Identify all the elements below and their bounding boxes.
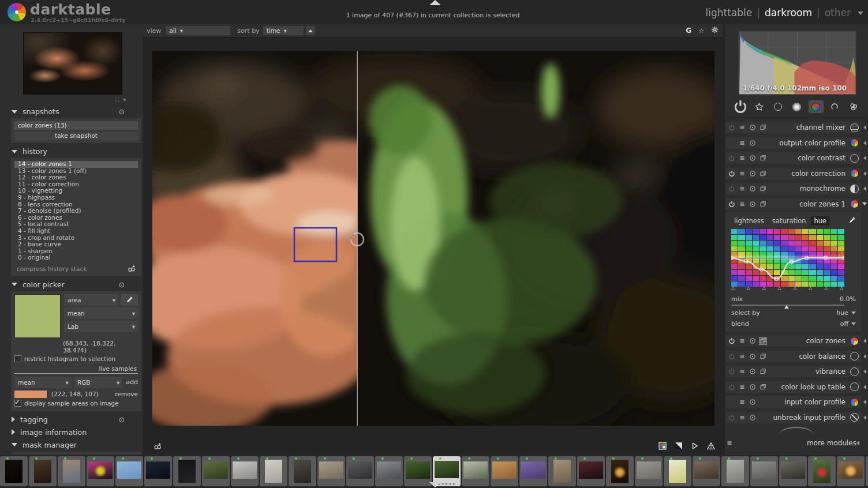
- presets-menu-icon[interactable]: [739, 399, 746, 406]
- filmstrip-thumbnail[interactable]: [808, 456, 836, 486]
- filmstrip-thumbnail[interactable]: [375, 456, 403, 486]
- sort-by-select[interactable]: time: [263, 26, 304, 35]
- tagging-header[interactable]: tagging ⊙: [12, 415, 143, 424]
- active-modules-group-icon[interactable]: [733, 100, 748, 113]
- module-name[interactable]: color zones: [806, 337, 850, 345]
- power-icon[interactable]: [728, 384, 735, 391]
- thumbnail-image[interactable]: [492, 461, 517, 479]
- power-icon[interactable]: [728, 124, 735, 131]
- expand-arrow-icon[interactable]: [863, 385, 866, 389]
- overexposed-icon[interactable]: [675, 442, 683, 452]
- expand-arrow-icon[interactable]: [863, 186, 866, 191]
- presets-menu-icon[interactable]: [739, 384, 746, 391]
- power-icon[interactable]: [728, 185, 735, 192]
- history-item[interactable]: 2 - base curve: [14, 241, 138, 248]
- compress-icon[interactable]: [154, 442, 162, 452]
- power-icon[interactable]: [728, 414, 735, 421]
- filmstrip-thumbnail[interactable]: [837, 456, 865, 486]
- node-marker-icon[interactable]: △: [824, 286, 828, 291]
- filmstrip-thumbnail[interactable]: [548, 456, 576, 486]
- module-name[interactable]: color balance: [799, 352, 850, 361]
- module-name[interactable]: unbreak input profile: [773, 414, 850, 422]
- view-switcher-caret-icon[interactable]: [858, 12, 863, 15]
- expand-arrow-icon[interactable]: [863, 415, 866, 420]
- history-item[interactable]: 14 - color zones 1: [14, 161, 138, 168]
- presets-menu-icon[interactable]: [739, 368, 746, 375]
- module-name[interactable]: color zones 1: [799, 200, 850, 208]
- thumbnail-image[interactable]: [88, 461, 113, 479]
- expand-arrow-icon[interactable]: [863, 369, 866, 374]
- node-marker-icon[interactable]: △: [731, 286, 735, 291]
- multi-instance-icon[interactable]: [760, 353, 766, 360]
- reset-icon[interactable]: [749, 140, 756, 147]
- presets-menu-icon[interactable]: [739, 353, 746, 360]
- color-picker-header[interactable]: color picker ⊙: [12, 280, 143, 289]
- module-name[interactable]: color look up table: [781, 383, 850, 391]
- gamut-check-icon[interactable]: [707, 442, 715, 452]
- blend-select[interactable]: off: [840, 320, 848, 328]
- module-monochrome[interactable]: monochrome: [726, 183, 861, 194]
- filmstrip-thumbnail[interactable]: [606, 456, 634, 486]
- reset-icon[interactable]: [749, 155, 756, 162]
- module-name[interactable]: color correction: [791, 170, 850, 178]
- module-color-zones-1[interactable]: color zones 1: [726, 198, 861, 210]
- reset-icon[interactable]: ⊙: [119, 280, 125, 289]
- basic-group-icon[interactable]: [770, 100, 785, 113]
- remove-sample-button[interactable]: remove: [115, 391, 138, 397]
- thumbnail-image[interactable]: [611, 460, 628, 483]
- reset-icon[interactable]: [749, 170, 756, 177]
- thumbnail-image[interactable]: [579, 461, 603, 479]
- reset-icon[interactable]: ⊙: [119, 107, 125, 116]
- color-group-icon[interactable]: [809, 100, 824, 113]
- filmstrip-thumbnail[interactable]: [750, 456, 778, 486]
- thumbnail-image[interactable]: [265, 460, 282, 483]
- snapshot-split-line[interactable]: [357, 51, 357, 426]
- filmstrip-thumbnail[interactable]: [0, 456, 28, 486]
- menu-icon[interactable]: [726, 440, 733, 446]
- thumbnail-image[interactable]: [669, 460, 686, 483]
- live-sample-swatch[interactable]: [14, 391, 47, 398]
- module-unbreak-input-profile[interactable]: unbreak input profile: [726, 412, 861, 423]
- thumbnail-image[interactable]: [406, 461, 430, 479]
- correction-group-icon[interactable]: [827, 100, 842, 113]
- favorites-group-icon[interactable]: [752, 100, 767, 113]
- tab-saturation[interactable]: saturation: [769, 216, 809, 226]
- tone-group-icon[interactable]: [790, 100, 805, 113]
- power-icon[interactable]: [728, 155, 735, 162]
- thumbnail-image[interactable]: [348, 461, 372, 479]
- navigation-preview[interactable]: [23, 32, 122, 95]
- thumbnail-image[interactable]: [146, 461, 170, 479]
- reset-icon[interactable]: ⊙: [119, 415, 125, 424]
- filmstrip-thumbnail[interactable]: [144, 456, 172, 486]
- reset-icon[interactable]: [749, 384, 756, 391]
- thumbnail-image[interactable]: [463, 461, 488, 479]
- view-darkroom[interactable]: darkroom: [765, 7, 812, 18]
- filmstrip-thumbnail[interactable]: [317, 456, 345, 486]
- power-icon[interactable]: [728, 368, 735, 375]
- thumbnail-image[interactable]: [637, 461, 661, 479]
- module-color-contrast[interactable]: color contrast: [726, 152, 861, 164]
- thumbnail-image[interactable]: [5, 460, 23, 483]
- presets-menu-icon[interactable]: [739, 140, 746, 147]
- thumbnail-image[interactable]: [752, 461, 776, 479]
- module-name[interactable]: monochrome: [800, 185, 850, 193]
- reset-icon[interactable]: [749, 368, 756, 375]
- filmstrip-thumbnail[interactable]: [866, 456, 868, 486]
- filmstrip-thumbnail[interactable]: [519, 456, 547, 486]
- thumbnail-image[interactable]: [117, 461, 141, 479]
- reset-icon[interactable]: [749, 201, 756, 208]
- thumbnail-image[interactable]: [839, 461, 863, 479]
- multi-instance-icon[interactable]: [760, 124, 766, 131]
- expand-arrow-icon[interactable]: [856, 441, 859, 445]
- multi-instance-icon[interactable]: [760, 337, 766, 344]
- filmstrip-thumbnail[interactable]: [664, 456, 691, 486]
- reset-icon[interactable]: [749, 399, 756, 406]
- expand-arrow-icon[interactable]: [863, 125, 866, 130]
- filmstrip-thumbnail[interactable]: [231, 456, 259, 486]
- filmstrip-thumbnail[interactable]: [462, 456, 489, 486]
- module-name[interactable]: color contrast: [798, 154, 850, 162]
- filmstrip-thumbnail[interactable]: [115, 456, 143, 486]
- filmstrip-thumbnail[interactable]: [779, 456, 807, 486]
- thumbnail-image[interactable]: [435, 461, 459, 478]
- expand-arrow-icon[interactable]: [863, 339, 866, 343]
